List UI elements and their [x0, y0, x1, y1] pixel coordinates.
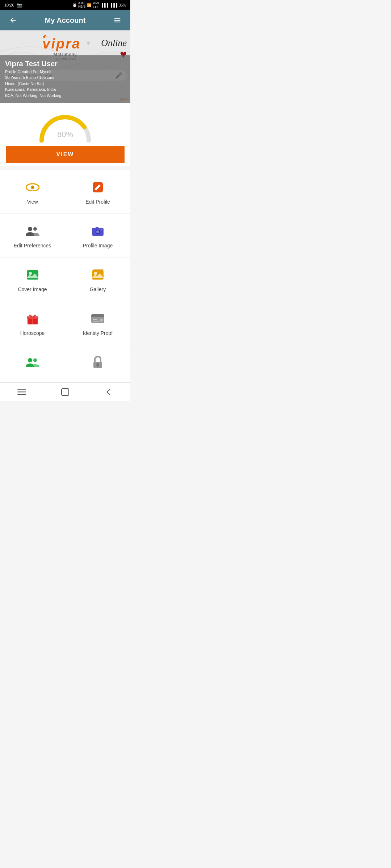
menu-item-privacy[interactable]: Privacy	[65, 345, 130, 382]
svg-point-17	[94, 272, 97, 275]
menu-item-identity-proof[interactable]: Identity Proof	[65, 301, 130, 345]
gauge-svg: 80%	[36, 110, 94, 142]
status-left: 10:26 📷	[4, 3, 22, 8]
svg-text:80%: 80%	[57, 130, 73, 139]
svg-rect-26	[93, 321, 99, 322]
progress-section: 80% VIEW	[0, 103, 130, 166]
nav-home-icon	[61, 388, 69, 396]
menu-item-profile-image[interactable]: Profile Image	[65, 214, 130, 258]
cover-image-icon-container	[24, 266, 41, 284]
speed-text: 3.00KB/S	[78, 1, 86, 9]
back-button[interactable]	[6, 13, 20, 27]
profile-education: BCA, Not Working, Not Working	[5, 93, 125, 99]
back-icon	[9, 16, 17, 24]
svg-point-28	[28, 358, 32, 362]
banner-area: vipra ® Matrimony By ForthFocus Online ♥…	[0, 30, 130, 103]
menu-button[interactable]	[110, 13, 125, 27]
menu-label-horoscope: Horoscope	[20, 330, 45, 336]
wifi-icon: 📶	[87, 3, 91, 7]
identity-proof-icon-container	[89, 310, 106, 327]
menu-item-view[interactable]: View	[0, 170, 65, 214]
svg-rect-35	[17, 394, 26, 395]
eye-icon	[26, 183, 39, 191]
menu-item-horoscope[interactable]: Horoscope	[0, 301, 65, 345]
phone-number-icon-container	[24, 354, 41, 371]
edit-profile-icon-container	[89, 179, 106, 196]
svg-rect-12	[96, 227, 98, 229]
menu-label-edit-profile: Edit Profile	[85, 199, 110, 205]
view-button[interactable]: VIEW	[6, 146, 125, 163]
edit-preferences-icon-container	[24, 222, 41, 240]
svg-rect-24	[91, 314, 104, 317]
profile-location: Kundapura, Karnataka, India	[5, 86, 125, 93]
profile-religion: Hindu, (Caste No Bar)	[5, 81, 125, 87]
svg-point-5	[31, 187, 33, 188]
bottom-nav	[0, 382, 130, 401]
profile-age: 30 Years, 5 ft 5 in / 165 cms	[5, 75, 125, 81]
instagram-icon: 📷	[17, 3, 22, 8]
svg-point-15	[29, 272, 32, 275]
menu-label-cover-image: Cover Image	[18, 286, 47, 292]
cover-image-icon	[26, 268, 39, 281]
profile-image-icon-container	[89, 222, 106, 240]
people-icon	[26, 226, 39, 237]
svg-point-29	[33, 358, 37, 362]
network-text: VoDLTE	[93, 1, 99, 9]
svg-rect-34	[17, 391, 26, 392]
nav-back-icon	[105, 388, 112, 396]
page-title: My Account	[45, 16, 86, 25]
profile-created-for: Profile Created For Myself	[5, 69, 125, 75]
battery-text: 35%	[119, 3, 126, 7]
menu-item-edit-preferences[interactable]: Edit Preferences	[0, 214, 65, 258]
app-bar: My Account	[0, 10, 130, 30]
view-icon-container	[24, 179, 41, 196]
nav-home-button[interactable]	[58, 385, 72, 399]
card-icon	[91, 313, 105, 324]
lock-icon	[92, 356, 104, 369]
svg-rect-27	[100, 319, 103, 322]
nav-menu-icon	[17, 389, 26, 395]
people-green-icon	[26, 357, 39, 368]
menu-label-identity-proof: Identity Proof	[83, 330, 113, 336]
svg-rect-18	[93, 269, 104, 271]
gauge-container: 80%	[36, 110, 94, 142]
menu-grid: View Edit Profile Edit Preferences	[0, 170, 130, 382]
profile-name: Vipra Test User	[5, 60, 125, 68]
status-right: ⏰ 3.00KB/S 📶 VoDLTE ▐▐▐ ▐▐▐ 35%	[72, 1, 126, 9]
gallery-icon-container	[89, 266, 106, 284]
status-bar: 10:26 📷 ⏰ 3.00KB/S 📶 VoDLTE ▐▐▐ ▐▐▐ 35%	[0, 0, 130, 10]
svg-rect-16	[92, 270, 104, 280]
menu-label-profile-image: Profile Image	[83, 243, 113, 248]
menu-label-gallery: Gallery	[90, 286, 106, 292]
camera-icon	[91, 225, 104, 238]
svg-rect-32	[97, 365, 98, 367]
svg-text:vipra: vipra	[42, 36, 81, 51]
svg-rect-14	[27, 270, 38, 280]
menu-item-cover-image[interactable]: Cover Image	[0, 258, 65, 301]
horoscope-icon-container	[24, 310, 41, 327]
vipra-logo-svg: vipra	[41, 34, 88, 52]
gift-icon	[26, 312, 39, 325]
menu-item-phone-number[interactable]: Phone Number	[0, 345, 65, 382]
menu-label-edit-preferences: Edit Preferences	[14, 243, 51, 248]
svg-point-11	[96, 230, 99, 233]
nav-menu-button[interactable]	[14, 385, 29, 399]
menu-item-edit-profile[interactable]: Edit Profile	[65, 170, 130, 214]
svg-rect-36	[62, 388, 69, 396]
svg-rect-33	[17, 389, 26, 390]
privacy-icon-container	[89, 354, 106, 371]
menu-item-gallery[interactable]: Gallery	[65, 258, 130, 301]
gallery-icon	[91, 268, 104, 281]
signal-bars-2: ▐▐▐	[110, 3, 117, 7]
svg-point-7	[28, 227, 32, 231]
svg-rect-22	[27, 317, 38, 319]
alarm-icon: ⏰	[72, 3, 77, 7]
hamburger-icon	[113, 16, 121, 24]
svg-rect-25	[93, 319, 97, 320]
profile-overlay: Vipra Test User Profile Created For Myse…	[0, 55, 130, 103]
svg-point-13	[101, 229, 102, 230]
svg-point-8	[33, 227, 37, 231]
menu-label-view: View	[27, 199, 38, 205]
nav-back-button[interactable]	[101, 385, 116, 399]
signal-bars: ▐▐▐	[100, 3, 108, 7]
